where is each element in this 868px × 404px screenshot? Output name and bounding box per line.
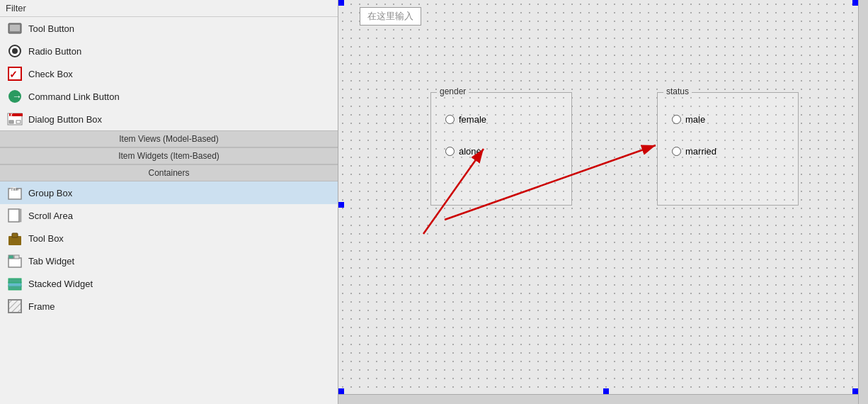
check-box-label: Check Box: [28, 69, 73, 79]
svg-text:✓: ✓: [9, 69, 18, 80]
scroll-area-icon: [7, 208, 23, 223]
widget-item-command-link[interactable]: → Command Link Button: [0, 85, 338, 108]
widget-panel: Filter Tool Button Radio Button: [0, 0, 338, 404]
filter-bar: Filter: [0, 0, 338, 17]
tool-button-label: Tool Button: [28, 23, 74, 34]
handle-bottom-left: [338, 388, 344, 394]
svg-rect-16: [8, 209, 19, 222]
command-link-label: Command Link Button: [28, 91, 120, 102]
group-box-icon: Title: [7, 185, 23, 201]
filter-label: Filter: [6, 3, 26, 13]
widget-item-check-box[interactable]: ✓ Check Box: [0, 62, 338, 85]
radio-male-circle: [672, 115, 681, 124]
radio-alone-circle: [445, 147, 455, 156]
radio-married-circle: [672, 147, 681, 156]
svg-text:✗: ✗: [9, 113, 13, 118]
section-containers-label: Containers: [148, 168, 189, 178]
widget-item-scroll-area[interactable]: Scroll Area: [0, 204, 338, 227]
radio-female[interactable]: female: [445, 114, 486, 125]
handle-top-right: [852, 0, 858, 6]
stacked-widget-icon: [7, 276, 23, 291]
widget-item-radio-button[interactable]: Radio Button: [0, 40, 338, 62]
right-scrollbar[interactable]: [858, 0, 868, 404]
tool-box-icon: [7, 230, 23, 246]
radio-female-circle: [445, 115, 455, 124]
dialog-box-label: Dialog Button Box: [28, 114, 102, 125]
bottom-scrollbar[interactable]: [338, 394, 858, 404]
svg-rect-9: [9, 120, 13, 123]
frame-label: Frame: [28, 301, 55, 312]
radio-button-icon: [7, 43, 23, 59]
check-box-icon: ✓: [7, 66, 23, 82]
handle-mid-left: [338, 202, 344, 208]
radio-married[interactable]: married: [672, 146, 716, 157]
section-item-views-label: Item Views (Model-Based): [119, 134, 219, 144]
radio-alone-label: alone: [459, 146, 481, 157]
status-group-box: status male married: [657, 92, 799, 206]
widget-item-group-box[interactable]: Title Group Box: [0, 181, 338, 204]
handle-top-left: [338, 0, 344, 6]
svg-rect-1: [10, 25, 20, 31]
svg-rect-20: [8, 258, 21, 267]
tab-widget-icon: [7, 253, 23, 269]
group-box-label: Group Box: [28, 188, 72, 198]
svg-text:→: →: [12, 91, 22, 102]
radio-female-label: female: [459, 114, 486, 125]
scroll-area-label: Scroll Area: [28, 211, 73, 221]
svg-text:Title: Title: [11, 187, 19, 191]
svg-point-3: [12, 48, 18, 54]
widget-item-dialog-box[interactable]: ✗ Dialog Button Box: [0, 108, 338, 130]
radio-male[interactable]: male: [672, 114, 705, 125]
radio-alone[interactable]: alone: [445, 146, 481, 157]
svg-rect-10: [16, 120, 21, 123]
section-item-widgets-label: Item Widgets (Item-Based): [118, 151, 219, 161]
svg-rect-26: [8, 300, 21, 313]
radio-button-label: Radio Button: [28, 46, 81, 57]
stacked-widget-label: Stacked Widget: [28, 279, 93, 289]
widget-item-tab-widget[interactable]: Tab Widget: [0, 249, 338, 272]
handle-bottom-mid: [603, 388, 609, 394]
frame-icon: [7, 298, 23, 314]
svg-rect-21: [8, 255, 13, 259]
svg-rect-25: [8, 279, 21, 283]
tab-widget-label: Tab Widget: [28, 256, 74, 266]
widget-item-tool-button[interactable]: Tool Button: [0, 17, 338, 40]
design-canvas[interactable]: 在这里输入 gender female alone status male ma…: [338, 0, 868, 404]
widget-list: Tool Button Radio Button ✓ Check Box: [0, 17, 338, 404]
svg-rect-17: [19, 209, 21, 222]
radio-married-label: married: [685, 146, 716, 157]
widget-item-stacked-widget[interactable]: Stacked Widget: [0, 272, 338, 295]
widget-item-frame[interactable]: Frame: [0, 295, 338, 318]
handle-bottom-right: [852, 388, 858, 394]
tool-button-icon: [7, 21, 23, 36]
gender-group-title: gender: [437, 86, 469, 96]
status-group-title: status: [663, 86, 692, 96]
section-item-widgets[interactable]: Item Widgets (Item-Based): [0, 147, 338, 164]
canvas-input[interactable]: 在这里输入: [360, 7, 421, 26]
canvas-input-text: 在这里输入: [367, 11, 413, 21]
section-containers[interactable]: Containers: [0, 164, 338, 181]
gender-group-box: gender female alone: [430, 92, 572, 206]
widget-item-tool-box[interactable]: Tool Box: [0, 227, 338, 249]
command-link-icon: →: [7, 89, 23, 104]
svg-rect-19: [12, 233, 18, 237]
dialog-box-icon: ✗: [7, 111, 23, 127]
section-item-views[interactable]: Item Views (Model-Based): [0, 130, 338, 147]
radio-male-label: male: [685, 114, 705, 125]
svg-rect-22: [14, 255, 19, 259]
tool-box-label: Tool Box: [28, 233, 64, 244]
